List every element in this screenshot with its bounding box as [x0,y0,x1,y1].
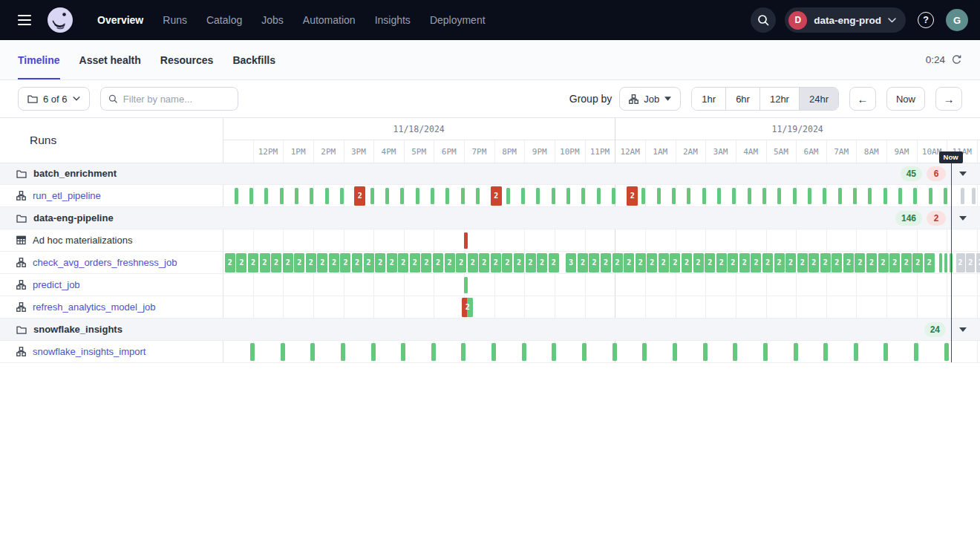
nav-item-insights[interactable]: Insights [367,10,419,30]
run-bar[interactable]: 2 [549,253,559,272]
run-bar[interactable]: 2 [659,253,669,272]
run-bar[interactable] [461,188,465,204]
run-bar[interactable] [808,188,811,204]
run-bar[interactable]: 2 [878,253,889,272]
run-bar[interactable] [939,253,942,272]
run-bar[interactable]: 2 [537,253,547,272]
run-bar[interactable]: 2 [491,186,502,206]
run-bar[interactable] [717,188,721,204]
run-bar[interactable] [763,343,768,361]
run-bar[interactable] [838,188,842,204]
range-12hr-button[interactable]: 12hr [760,88,799,110]
run-bar[interactable]: 2 [352,253,362,272]
run-bar[interactable]: 2 [491,253,501,272]
run-bar[interactable]: 2 [785,253,796,272]
row-label[interactable]: run_etl_pipeline [33,190,101,201]
run-bar[interactable] [794,343,798,361]
run-bar[interactable]: 2 [468,253,478,272]
run-bar[interactable] [944,253,947,272]
run-bar[interactable]: 2 [751,253,761,272]
run-bar[interactable] [310,188,313,204]
run-bar[interactable] [913,188,917,204]
tab-asset-health[interactable]: Asset health [79,40,141,79]
run-bar[interactable]: 2 [966,253,975,272]
run-bar[interactable] [642,343,647,361]
run-bar[interactable] [476,188,480,204]
run-bar[interactable]: 2 [866,253,877,272]
run-bar[interactable] [370,188,374,204]
run-bar[interactable]: 2 [236,253,246,272]
range-1hr-button[interactable]: 1hr [692,88,725,110]
run-bar[interactable] [281,343,285,361]
run-bar[interactable] [854,343,858,361]
run-bar[interactable] [762,188,766,204]
run-bar[interactable]: 2 [912,253,923,272]
help-button[interactable]: ? [915,12,937,28]
run-bar[interactable] [581,188,585,204]
dagster-logo-icon[interactable] [46,6,74,34]
run-bar[interactable] [464,277,468,293]
run-bar[interactable] [250,343,255,361]
run-bar[interactable] [295,188,298,204]
run-bar[interactable]: 2 [283,253,293,272]
run-bar[interactable]: 2 [797,253,808,272]
run-bar[interactable]: 2 [808,253,819,272]
tab-backfills[interactable]: Backfills [232,40,275,79]
run-bar[interactable] [341,343,345,361]
tab-resources[interactable]: Resources [160,40,214,79]
run-bar[interactable]: 2 [248,253,258,272]
run-bar[interactable]: 2 [820,253,831,272]
run-bar[interactable]: 2 [340,253,350,272]
previous-range-button[interactable]: ← [849,87,876,111]
run-bar[interactable] [672,188,676,204]
run-bar[interactable] [703,343,708,361]
run-bar[interactable]: 2 [976,253,980,272]
run-bar[interactable]: 2 [433,253,443,272]
tab-timeline[interactable]: Timeline [18,40,60,79]
run-bar[interactable] [235,188,238,204]
run-bar[interactable] [385,188,389,204]
run-bar[interactable]: 2 [832,253,842,272]
run-bar[interactable] [310,343,315,361]
run-bar[interactable] [416,188,419,204]
group-by-dropdown[interactable]: Job [619,87,681,111]
range-24hr-button[interactable]: 24hr [799,88,838,110]
run-bar[interactable] [868,188,872,204]
run-bar[interactable]: 2 [889,253,900,272]
nav-item-automation[interactable]: Automation [295,10,364,30]
run-bar[interactable]: 2 [225,253,235,272]
now-button[interactable]: Now [886,87,925,111]
run-bar[interactable] [536,188,540,204]
run-bar[interactable] [777,188,781,204]
run-bar[interactable] [340,188,344,204]
run-bar[interactable] [464,232,468,249]
run-bar[interactable] [929,188,932,204]
run-bar[interactable] [597,188,601,204]
run-bar[interactable]: 2 [705,253,715,272]
run-bar[interactable]: 2 [294,253,304,272]
run-bar[interactable]: 2 [317,253,327,272]
run-bar[interactable]: 2 [375,253,385,272]
run-bar[interactable]: 2 [716,253,727,272]
run-bar[interactable] [552,188,555,204]
run-bar[interactable] [264,188,268,204]
refresh-button[interactable] [951,54,962,65]
run-bar[interactable] [431,188,434,204]
run-bar[interactable]: 2 [462,298,473,317]
run-bar[interactable]: 3 [566,253,576,272]
run-bar[interactable]: 2 [647,253,657,272]
run-bar[interactable]: 2 [526,253,536,272]
run-bar[interactable]: 2 [421,253,431,272]
run-bar[interactable] [748,188,751,204]
row-label[interactable]: check_avg_orders_freshness_job [33,257,177,268]
run-bar[interactable]: 2 [855,253,865,272]
run-bar[interactable]: 2 [774,253,785,272]
run-bar[interactable]: 2 [387,253,397,272]
run-bar[interactable] [461,343,466,361]
run-bar[interactable]: 2 [728,253,738,272]
run-bar[interactable]: 2 [693,253,704,272]
run-bar[interactable]: 2 [627,186,638,206]
nav-item-deployment[interactable]: Deployment [422,10,494,30]
expand-caret-button[interactable] [959,207,967,229]
run-bar[interactable] [898,188,902,204]
